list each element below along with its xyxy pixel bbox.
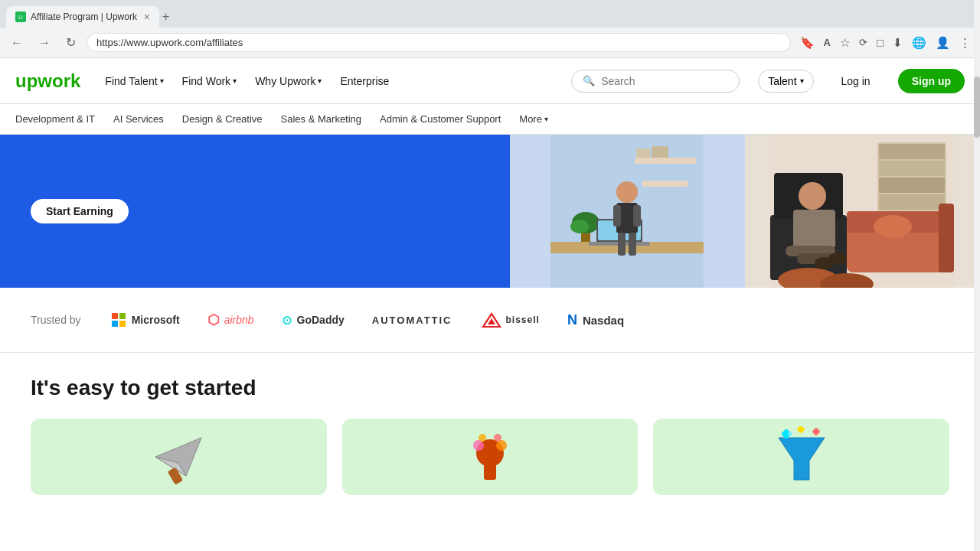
read-mode-icon[interactable]: A bbox=[821, 34, 834, 51]
svg-marker-52 bbox=[779, 438, 825, 480]
card-3 bbox=[653, 419, 949, 495]
profile-icon[interactable]: 👤 bbox=[933, 33, 953, 53]
bookmark-star-icon[interactable]: ☆ bbox=[837, 33, 853, 53]
hero-banner: Start Earning bbox=[0, 135, 980, 288]
active-tab[interactable]: U Affiliate Program | Upwork × bbox=[6, 6, 159, 28]
bissell-icon bbox=[480, 311, 503, 329]
svg-rect-16 bbox=[618, 233, 626, 256]
svg-point-32 bbox=[799, 182, 826, 210]
svg-point-12 bbox=[616, 181, 638, 203]
svg-rect-2 bbox=[642, 181, 688, 187]
toolbar-icons: 🔖 A ☆ ⟳ □ ⬇ 🌐 👤 ⋮ bbox=[797, 33, 974, 53]
microsoft-logo: Microsoft bbox=[112, 313, 180, 327]
why-upwork-arrow: ▾ bbox=[318, 77, 322, 85]
hero-image-desk bbox=[510, 135, 745, 288]
microsoft-grid-icon bbox=[112, 313, 126, 327]
svg-point-56 bbox=[788, 432, 792, 436]
svg-rect-17 bbox=[629, 233, 636, 256]
why-upwork-nav[interactable]: Why Upwork ▾ bbox=[255, 75, 322, 87]
bookmark-icon[interactable]: 🔖 bbox=[797, 33, 818, 53]
design-creative-nav[interactable]: Design & Creative bbox=[182, 113, 263, 125]
nasdaq-logo: N Nasdaq bbox=[567, 312, 624, 328]
svg-point-48 bbox=[473, 440, 484, 451]
page-content: upwork Find Talent ▾ Find Work ▾ Why Upw… bbox=[0, 58, 980, 503]
search-bar: 🔍 bbox=[571, 70, 740, 93]
svg-rect-21 bbox=[879, 161, 945, 176]
sitting-illustration bbox=[770, 135, 954, 288]
brand-logos: Microsoft ⬡ airbnb ⊙ GoDaddy AUTOMATTIC bbox=[112, 311, 949, 329]
svg-rect-14 bbox=[613, 205, 621, 227]
svg-rect-4 bbox=[652, 146, 668, 158]
find-talent-nav[interactable]: Find Talent ▾ bbox=[105, 75, 163, 87]
svg-point-50 bbox=[479, 434, 486, 442]
more-arrow-icon: ▾ bbox=[544, 115, 548, 123]
svg-rect-3 bbox=[636, 148, 650, 158]
dev-it-nav[interactable]: Development & IT bbox=[15, 113, 95, 125]
refresh-tab-icon[interactable]: ⟳ bbox=[856, 34, 871, 51]
svg-point-49 bbox=[496, 440, 507, 451]
cards-row bbox=[31, 419, 949, 495]
card-1 bbox=[31, 419, 327, 495]
card-2-icon bbox=[459, 426, 521, 487]
start-earning-button[interactable]: Start Earning bbox=[31, 199, 129, 223]
hero-right-panel bbox=[510, 135, 980, 288]
svg-point-28 bbox=[874, 215, 912, 238]
svg-rect-22 bbox=[879, 178, 945, 193]
refresh-button[interactable]: ↻ bbox=[61, 32, 80, 53]
scrollbar[interactable] bbox=[974, 0, 980, 551]
bissell-logo: bissell bbox=[480, 311, 540, 329]
godaddy-logo: ⊙ GoDaddy bbox=[282, 313, 345, 328]
find-work-arrow: ▾ bbox=[233, 77, 237, 85]
ai-services-nav[interactable]: AI Services bbox=[113, 113, 164, 125]
card-1-icon bbox=[148, 426, 209, 487]
svg-rect-23 bbox=[879, 194, 945, 210]
airbnb-logo: ⬡ airbnb bbox=[207, 311, 254, 328]
upwork-logo[interactable]: upwork bbox=[15, 70, 80, 92]
svg-rect-54 bbox=[812, 427, 820, 435]
back-button[interactable]: ← bbox=[6, 33, 28, 53]
hero-left-panel: Start Earning bbox=[0, 135, 510, 288]
main-nav: upwork Find Talent ▾ Find Work ▾ Why Upw… bbox=[0, 58, 980, 104]
easy-section: It's easy to get started bbox=[0, 353, 980, 503]
automattic-logo: AUTOMATTIC bbox=[372, 315, 452, 326]
forward-button[interactable]: → bbox=[34, 33, 55, 53]
tab-favicon: U bbox=[15, 11, 26, 22]
split-view-icon[interactable]: □ bbox=[874, 33, 887, 52]
enterprise-nav[interactable]: Enterprise bbox=[340, 75, 389, 87]
find-work-nav[interactable]: Find Work ▾ bbox=[182, 75, 237, 87]
secondary-nav: Development & IT AI Services Design & Cr… bbox=[0, 104, 980, 135]
svg-rect-27 bbox=[939, 204, 954, 272]
svg-rect-47 bbox=[484, 465, 496, 480]
hero-image-sitting bbox=[745, 135, 980, 288]
svg-point-7 bbox=[570, 220, 589, 233]
new-tab-button[interactable]: + bbox=[162, 10, 169, 24]
svg-point-37 bbox=[815, 257, 833, 269]
search-input[interactable] bbox=[601, 75, 708, 87]
svg-point-51 bbox=[494, 434, 501, 442]
address-bar[interactable] bbox=[87, 33, 791, 52]
browser-tabs: U Affiliate Program | Upwork × + bbox=[0, 0, 980, 28]
sales-marketing-nav[interactable]: Sales & Marketing bbox=[281, 113, 362, 125]
svg-rect-15 bbox=[633, 205, 641, 227]
card-2 bbox=[342, 419, 639, 495]
admin-support-nav[interactable]: Admin & Customer Support bbox=[380, 113, 501, 125]
login-button[interactable]: Log in bbox=[832, 70, 880, 92]
tab-title: Affiliate Program | Upwork bbox=[31, 11, 137, 22]
svg-rect-33 bbox=[793, 210, 835, 248]
svg-rect-1 bbox=[635, 158, 696, 164]
svg-rect-55 bbox=[796, 426, 805, 434]
close-tab-button[interactable]: × bbox=[144, 11, 150, 23]
extensions-icon[interactable]: ⬇ bbox=[890, 33, 906, 53]
talent-filter-button[interactable]: Talent ▾ bbox=[758, 70, 813, 93]
browser-chrome: U Affiliate Program | Upwork × + ← → ↻ 🔖… bbox=[0, 0, 980, 58]
more-icon[interactable]: ⋮ bbox=[956, 33, 974, 53]
talent-arrow-icon: ▾ bbox=[800, 77, 804, 85]
more-nav-button[interactable]: More ▾ bbox=[519, 113, 548, 125]
signup-button[interactable]: Sign up bbox=[898, 69, 965, 93]
scrollbar-thumb[interactable] bbox=[974, 77, 980, 138]
share-icon[interactable]: 🌐 bbox=[909, 33, 929, 53]
trusted-section: Trusted by Microsoft ⬡ airbnb ⊙ GoDaddy bbox=[0, 288, 980, 353]
svg-rect-20 bbox=[879, 144, 945, 159]
easy-section-title: It's easy to get started bbox=[31, 376, 949, 400]
find-talent-arrow: ▾ bbox=[160, 77, 164, 85]
